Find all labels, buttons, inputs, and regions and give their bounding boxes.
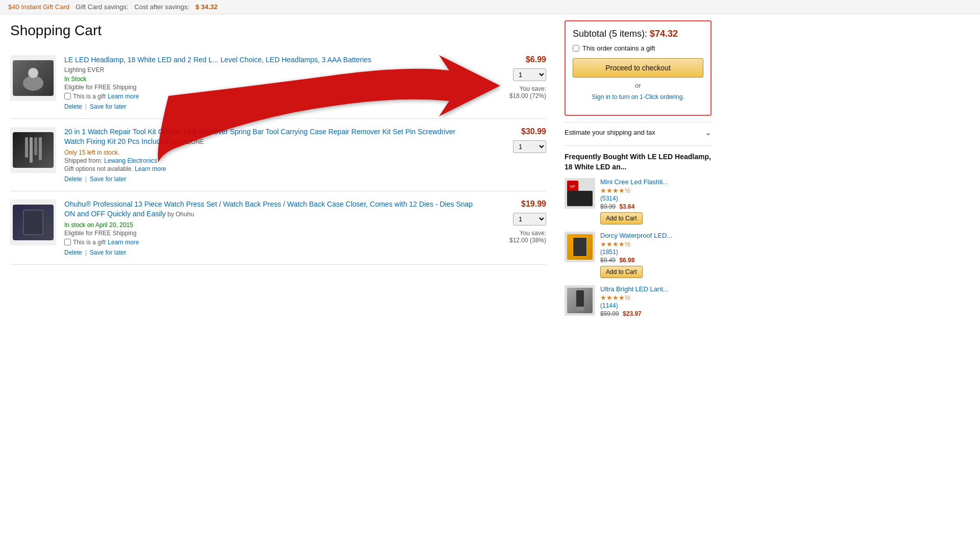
- fb-img-3: [565, 285, 595, 316]
- item-save-later-1[interactable]: Save for later: [90, 103, 126, 110]
- fb-price-orig-2: $9.49: [600, 257, 616, 264]
- item-qty-2[interactable]: 123: [513, 140, 546, 153]
- item-gift-row-3: This is a gift Learn more: [64, 239, 477, 246]
- cart-item-3: Ohuhu® Professional 13 Piece Watch Press…: [10, 191, 546, 265]
- item-qty-1[interactable]: 12345: [513, 68, 546, 81]
- chevron-down-icon: ⌄: [705, 128, 712, 137]
- item-image-2: [10, 127, 56, 173]
- item-stock-2: Only 15 left in stock.: [64, 149, 477, 156]
- item-gift-label-3: This is a gift: [73, 239, 106, 246]
- item-price-2: $30.99: [521, 127, 546, 136]
- fb-stars-1: ★★★★½: [600, 187, 712, 194]
- item-right-1: $6.99 12345 You save: $18.00 (72%): [485, 55, 546, 99]
- fb-add-btn-1[interactable]: Add to Cart: [600, 212, 643, 224]
- fb-name-2[interactable]: Dorcy Waterproof LED...: [600, 232, 672, 239]
- item-details-2: 20 in 1 Watch Repair Tool Kit Opener Lin…: [64, 127, 477, 183]
- frequently-bought-title: Frequently Bought With LE LED Headlamp, …: [565, 152, 712, 172]
- fb-img-1: UF: [565, 178, 595, 209]
- item-actions-1: Delete | Save for later: [64, 103, 477, 110]
- cart-item-1: LE LED Headlamp, 18 White LED and 2 Red …: [10, 47, 546, 119]
- gift-card-text: $40 Instant Gift Card: [8, 3, 69, 11]
- item-delete-3[interactable]: Delete: [64, 249, 82, 256]
- fb-details-3: Ultra Bright LED Lant... ★★★★½ (1144) $5…: [600, 285, 712, 317]
- frequently-bought: Frequently Bought With LE LED Headlamp, …: [565, 145, 712, 317]
- savings-label: Gift Card savings:: [76, 3, 128, 11]
- cost-label: Cost after savings:: [134, 3, 189, 11]
- page-title: Shopping Cart: [10, 22, 546, 39]
- fb-reviews-2[interactable]: (1851): [600, 248, 618, 256]
- item-save-later-3[interactable]: Save for later: [90, 249, 126, 256]
- item-gift-checkbox-3[interactable]: [64, 239, 71, 245]
- sign-in-link[interactable]: Sign in to turn on 1-Click ordering.: [573, 93, 703, 101]
- item-stock-1: In Stock: [64, 76, 477, 83]
- fb-price-sale-2: $6.98: [619, 257, 634, 264]
- fb-price-orig-1: $9.99: [600, 203, 616, 210]
- item-title-2[interactable]: 20 in 1 Watch Repair Tool Kit Opener Lin…: [64, 128, 455, 146]
- fb-price-orig-3: $59.99: [600, 310, 619, 317]
- fb-img-2: [565, 232, 595, 262]
- fb-stars-3: ★★★★½: [600, 294, 712, 302]
- sidebar-gift-row: This order contains a gift: [573, 44, 703, 52]
- subtotal-box: Subtotal (5 items): $74.32 This order co…: [565, 20, 712, 116]
- item-brand-3: by Ohuhu: [167, 211, 194, 218]
- checkout-button[interactable]: Proceed to checkout: [573, 58, 703, 78]
- sidebar-gift-checkbox[interactable]: [573, 45, 579, 52]
- fb-name-3[interactable]: Ultra Bright LED Lant...: [600, 285, 669, 293]
- fb-prices-3: $59.99 $23.97: [600, 310, 712, 317]
- fb-name-1[interactable]: Mini Cree Led Flashli...: [600, 178, 668, 186]
- main-content: Shopping Cart: [0, 14, 556, 331]
- item-actions-3: Delete | Save for later: [64, 249, 477, 256]
- or-text: or: [573, 82, 703, 89]
- fb-prices-2: $9.49 $6.98: [600, 257, 712, 264]
- item-details-3: Ohuhu® Professional 13 Piece Watch Press…: [64, 199, 477, 256]
- item-gift-row-1: This is a gift Learn more: [64, 93, 477, 100]
- subtotal-label: Subtotal (5 items):: [573, 29, 647, 39]
- fb-add-btn-2[interactable]: Add to Cart: [600, 266, 643, 278]
- fb-details-1: Mini Cree Led Flashli... ★★★★½ (5314) $9…: [600, 178, 712, 224]
- item-brand-1: Lighting EVER: [64, 66, 477, 73]
- fb-price-sale-1: $3.64: [619, 203, 634, 210]
- item-you-save-3: You save: $12.00 (38%): [509, 230, 546, 244]
- item-gift-opts-2: Gift options not available. Learn more: [64, 165, 477, 172]
- item-title-1[interactable]: LE LED Headlamp, 18 White LED and 2 Red …: [64, 56, 372, 64]
- item-price-1: $6.99: [526, 55, 546, 64]
- fb-reviews-3[interactable]: (1144): [600, 302, 618, 309]
- item-shipped-2: Shipped from: Lewang Electronics: [64, 157, 477, 164]
- cost-value: $ 34.32: [195, 3, 217, 11]
- sidebar: Subtotal (5 items): $74.32 This order co…: [556, 14, 720, 331]
- fb-price-sale-3: $23.97: [623, 310, 642, 317]
- item-right-3: $19.99 123 You save: $12.00 (38%): [485, 199, 546, 244]
- item-price-3: $19.99: [521, 199, 546, 209]
- item-delete-2[interactable]: Delete: [64, 176, 82, 183]
- top-bar: $40 Instant Gift Card Gift Card savings:…: [0, 0, 980, 14]
- item-shipping-3: Eligible for FREE Shipping: [64, 230, 477, 237]
- item-shipping-1: Eligible for FREE Shipping: [64, 84, 477, 91]
- item-gift-learn-more-1[interactable]: Learn more: [108, 93, 139, 100]
- item-delete-1[interactable]: Delete: [64, 103, 82, 110]
- item-save-later-2[interactable]: Save for later: [90, 176, 126, 183]
- item-actions-2: Delete | Save for later: [64, 176, 477, 183]
- cart-item-2: 20 in 1 Watch Repair Tool Kit Opener Lin…: [10, 119, 546, 191]
- item-details-1: LE LED Headlamp, 18 White LED and 2 Red …: [64, 55, 477, 110]
- item-right-2: $30.99 123: [485, 127, 546, 153]
- item-shipped-link-2[interactable]: Lewang Electronics: [104, 157, 157, 164]
- fb-prices-1: $9.99 $3.64: [600, 203, 712, 210]
- item-stock-3: In stock on April 20, 2015: [64, 221, 477, 229]
- item-image-3: [10, 199, 56, 245]
- estimate-shipping[interactable]: Estimate your shipping and tax ⌄: [565, 122, 712, 137]
- fb-item-3: Ultra Bright LED Lant... ★★★★½ (1144) $5…: [565, 285, 712, 317]
- fb-details-2: Dorcy Waterproof LED... ★★★★½ (1851) $9.…: [600, 232, 712, 278]
- estimate-label: Estimate your shipping and tax: [565, 129, 655, 136]
- fb-item-1: UF Mini Cree Led Flashli... ★★★★½ (5314)…: [565, 178, 712, 224]
- item-gift-learn-more-3[interactable]: Learn more: [108, 239, 139, 246]
- sidebar-gift-label: This order contains a gift: [582, 44, 655, 52]
- fb-stars-2: ★★★★½: [600, 240, 712, 248]
- item-you-save-1: You save: $18.00 (72%): [509, 85, 546, 99]
- fb-item-2: Dorcy Waterproof LED... ★★★★½ (1851) $9.…: [565, 232, 712, 278]
- item-title-3[interactable]: Ohuhu® Professional 13 Piece Watch Press…: [64, 200, 473, 218]
- item-gift-learn-more-2[interactable]: Learn more: [135, 165, 166, 172]
- fb-reviews-1[interactable]: (5314): [600, 195, 618, 202]
- item-qty-3[interactable]: 123: [513, 213, 546, 226]
- subtotal-line: Subtotal (5 items): $74.32: [573, 29, 703, 39]
- item-gift-checkbox-1[interactable]: [64, 93, 71, 99]
